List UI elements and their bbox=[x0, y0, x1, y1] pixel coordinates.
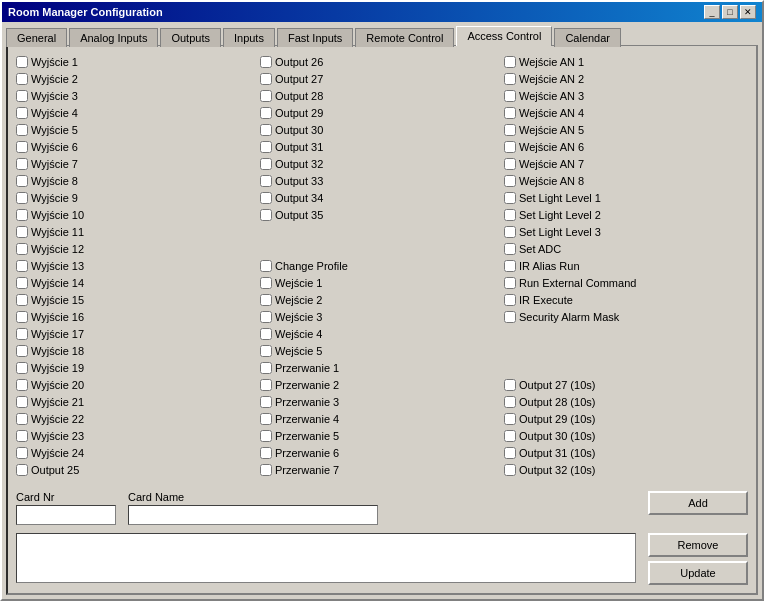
checkbox-col2-14[interactable] bbox=[260, 294, 272, 306]
checkbox-col1-11[interactable] bbox=[16, 243, 28, 255]
list-item: Output 31 (10s) bbox=[504, 445, 748, 461]
checkbox-col3-9[interactable] bbox=[504, 209, 516, 221]
checkbox-col3-12[interactable] bbox=[504, 260, 516, 272]
tab-general[interactable]: General bbox=[6, 28, 67, 47]
checkbox-col2-1[interactable] bbox=[260, 73, 272, 85]
list-item bbox=[260, 224, 504, 240]
checkbox-col1-15[interactable] bbox=[16, 311, 28, 323]
checkbox-col2-18[interactable] bbox=[260, 362, 272, 374]
checkbox-col1-17[interactable] bbox=[16, 345, 28, 357]
checkbox-col1-24[interactable] bbox=[16, 464, 28, 476]
checkbox-col2-12[interactable] bbox=[260, 260, 272, 272]
tab-analog-inputs[interactable]: Analog Inputs bbox=[69, 28, 158, 47]
checkbox-col1-18[interactable] bbox=[16, 362, 28, 374]
checkbox-col1-23[interactable] bbox=[16, 447, 28, 459]
checkbox-col2-21[interactable] bbox=[260, 413, 272, 425]
checkbox-col1-6[interactable] bbox=[16, 158, 28, 170]
checkbox-col3-23[interactable] bbox=[504, 447, 516, 459]
list-item: Output 29 bbox=[260, 105, 504, 121]
data-list-row: Remove Update bbox=[16, 533, 748, 585]
checkbox-col2-22[interactable] bbox=[260, 430, 272, 442]
checkbox-col1-5[interactable] bbox=[16, 141, 28, 153]
checkbox-col3-19[interactable] bbox=[504, 379, 516, 391]
checkbox-col1-8[interactable] bbox=[16, 192, 28, 204]
maximize-button[interactable]: □ bbox=[722, 5, 738, 19]
checkbox-col1-4[interactable] bbox=[16, 124, 28, 136]
checkbox-col2-3[interactable] bbox=[260, 107, 272, 119]
minimize-button[interactable]: _ bbox=[704, 5, 720, 19]
checkbox-col2-0[interactable] bbox=[260, 56, 272, 68]
add-button[interactable]: Add bbox=[648, 491, 748, 515]
card-nr-label: Card Nr bbox=[16, 491, 116, 503]
checkbox-col2-23[interactable] bbox=[260, 447, 272, 459]
checkbox-col1-3[interactable] bbox=[16, 107, 28, 119]
checkbox-col3-2[interactable] bbox=[504, 90, 516, 102]
checkbox-col3-10[interactable] bbox=[504, 226, 516, 238]
checkbox-col3-4[interactable] bbox=[504, 124, 516, 136]
checkbox-col2-5[interactable] bbox=[260, 141, 272, 153]
list-box[interactable] bbox=[16, 533, 636, 583]
tab-outputs[interactable]: Outputs bbox=[160, 28, 221, 47]
checkbox-col3-22[interactable] bbox=[504, 430, 516, 442]
checkbox-col3-0[interactable] bbox=[504, 56, 516, 68]
checkbox-col2-8[interactable] bbox=[260, 192, 272, 204]
checkbox-col3-7[interactable] bbox=[504, 175, 516, 187]
checkbox-col1-20[interactable] bbox=[16, 396, 28, 408]
checkbox-col2-24[interactable] bbox=[260, 464, 272, 476]
card-nr-input[interactable] bbox=[16, 505, 116, 525]
checkbox-col1-2[interactable] bbox=[16, 90, 28, 102]
checkbox-col3-5[interactable] bbox=[504, 141, 516, 153]
checkbox-col2-6[interactable] bbox=[260, 158, 272, 170]
list-item: Przerwanie 4 bbox=[260, 411, 504, 427]
checkbox-col3-1[interactable] bbox=[504, 73, 516, 85]
checkbox-col2-19[interactable] bbox=[260, 379, 272, 391]
checkbox-col2-20[interactable] bbox=[260, 396, 272, 408]
checkbox-col1-16[interactable] bbox=[16, 328, 28, 340]
tab-inputs[interactable]: Inputs bbox=[223, 28, 275, 47]
list-item: IR Alias Run bbox=[504, 258, 748, 274]
list-item: Output 33 bbox=[260, 173, 504, 189]
tab-access-control[interactable]: Access Control bbox=[456, 26, 552, 46]
checkbox-col1-7[interactable] bbox=[16, 175, 28, 187]
checkbox-col1-12[interactable] bbox=[16, 260, 28, 272]
checkbox-col1-9[interactable] bbox=[16, 209, 28, 221]
checkbox-col2-17[interactable] bbox=[260, 345, 272, 357]
list-item bbox=[504, 343, 748, 359]
checkbox-col3-13[interactable] bbox=[504, 277, 516, 289]
checkbox-col2-2[interactable] bbox=[260, 90, 272, 102]
tab-remote-control[interactable]: Remote Control bbox=[355, 28, 454, 47]
tab-fast-inputs[interactable]: Fast Inputs bbox=[277, 28, 353, 47]
window-title: Room Manager Configuration bbox=[8, 6, 163, 18]
checkbox-col1-19[interactable] bbox=[16, 379, 28, 391]
checkbox-col1-14[interactable] bbox=[16, 294, 28, 306]
card-name-input[interactable] bbox=[128, 505, 378, 525]
checkbox-col2-15[interactable] bbox=[260, 311, 272, 323]
checkbox-col1-10[interactable] bbox=[16, 226, 28, 238]
list-item bbox=[260, 241, 504, 257]
checkbox-col1-21[interactable] bbox=[16, 413, 28, 425]
checkbox-col1-1[interactable] bbox=[16, 73, 28, 85]
checkbox-col2-9[interactable] bbox=[260, 209, 272, 221]
checkbox-col2-7[interactable] bbox=[260, 175, 272, 187]
checkbox-col1-22[interactable] bbox=[16, 430, 28, 442]
checkbox-col2-13[interactable] bbox=[260, 277, 272, 289]
update-button[interactable]: Update bbox=[648, 561, 748, 585]
checkbox-col3-21[interactable] bbox=[504, 413, 516, 425]
checkbox-col3-3[interactable] bbox=[504, 107, 516, 119]
list-item: Wyjście 24 bbox=[16, 445, 260, 461]
checkbox-col3-11[interactable] bbox=[504, 243, 516, 255]
list-item: Run External Command bbox=[504, 275, 748, 291]
checkbox-col3-8[interactable] bbox=[504, 192, 516, 204]
checkbox-col3-15[interactable] bbox=[504, 311, 516, 323]
remove-button[interactable]: Remove bbox=[648, 533, 748, 557]
checkbox-col2-4[interactable] bbox=[260, 124, 272, 136]
tab-calendar[interactable]: Calendar bbox=[554, 28, 621, 47]
checkbox-col3-24[interactable] bbox=[504, 464, 516, 476]
checkbox-col2-16[interactable] bbox=[260, 328, 272, 340]
checkbox-col1-13[interactable] bbox=[16, 277, 28, 289]
close-button[interactable]: ✕ bbox=[740, 5, 756, 19]
checkbox-col3-6[interactable] bbox=[504, 158, 516, 170]
checkbox-col3-14[interactable] bbox=[504, 294, 516, 306]
checkbox-col1-0[interactable] bbox=[16, 56, 28, 68]
checkbox-col3-20[interactable] bbox=[504, 396, 516, 408]
